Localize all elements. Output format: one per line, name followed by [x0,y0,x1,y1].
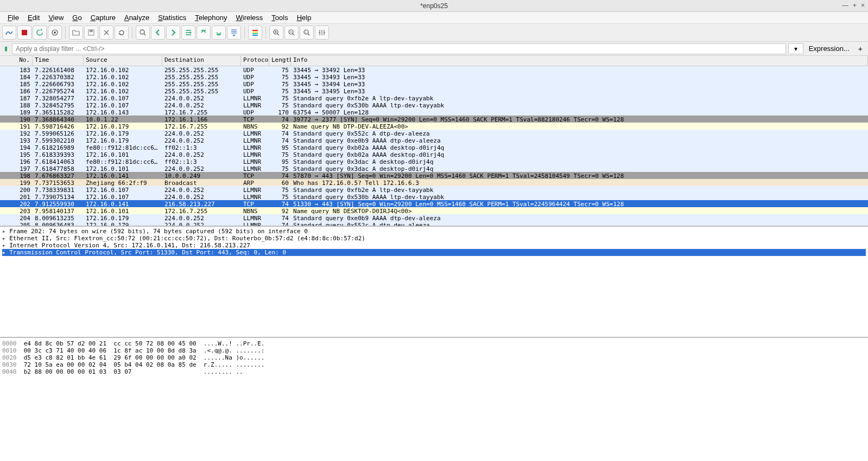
menu-edit[interactable]: Edit [23,12,44,23]
hex-row[interactable]: 0010 00 3c c3 71 40 00 40 06 1c 8f ac 10… [2,347,866,354]
hex-row[interactable]: 0040 b2 88 00 00 00 00 01 03 03 07 .....… [2,368,866,375]
auto-scroll-button[interactable] [227,25,241,40]
find-button[interactable] [136,25,150,40]
packet-row[interactable]: 1957.618339393172.16.0.101224.0.0.252LLM… [0,151,868,158]
packet-row[interactable]: 2017.739075134172.16.0.107224.0.0.252LLM… [0,193,868,200]
packet-row[interactable]: 2037.958140137172.16.0.101172.16.7.255NB… [0,207,868,214]
minimize-icon[interactable]: — [842,2,848,9]
packet-row[interactable]: 2048.009613235172.16.0.179224.0.0.252LLM… [0,214,868,221]
packet-row[interactable]: 1987.676863327172.16.0.14110.0.0.249TCP7… [0,172,868,179]
column-header-destination[interactable]: Destination [162,56,241,66]
svg-text:1: 1 [305,30,307,34]
window-title: *enp0s25 [420,2,448,10]
go-forward-button[interactable] [166,25,180,40]
detail-tree-item[interactable]: Ethernet II, Src: Flextron_cc:50:72 (00:… [2,235,866,242]
svg-rect-4 [90,30,93,32]
menu-telephony[interactable]: Telephony [191,12,231,23]
packet-bytes-pane[interactable]: 0000 e4 8d 8c 0b 57 d2 00 21 cc cc 50 72… [0,338,868,461]
stop-capture-button[interactable] [17,25,31,40]
go-first-button[interactable] [197,25,211,40]
svg-point-2 [54,31,56,34]
packet-row[interactable]: 1897.365115282172.16.0.143172.16.7.255UD… [0,108,868,116]
menu-capture[interactable]: Capture [86,12,120,23]
column-header-protocol[interactable]: Protocol [241,56,269,66]
svg-rect-8 [252,33,258,34]
zoom-in-button[interactable] [269,25,283,40]
bookmark-icon[interactable]: ▮ [2,45,10,53]
column-header-no[interactable]: No. [0,56,33,66]
svg-rect-7 [252,31,258,33]
expression-button[interactable]: Expression... [806,44,853,53]
column-header-source[interactable]: Source [84,56,162,66]
menu-statistics[interactable]: Statistics [154,12,191,23]
packet-row[interactable]: 1847.226370382172.16.0.102255.255.255.25… [0,73,868,80]
wireshark-logo-icon[interactable] [2,25,16,40]
menu-file[interactable]: File [3,12,23,23]
menu-wireless[interactable]: Wireless [232,12,268,23]
menu-go[interactable]: Go [68,12,86,23]
hex-row[interactable]: 0020 d5 e3 c8 82 01 bb 4e 61 29 6f 00 00… [2,354,866,361]
go-last-button[interactable] [212,25,226,40]
close-file-button[interactable] [99,25,113,40]
go-to-packet-button[interactable] [181,25,195,40]
reload-button[interactable] [115,25,129,40]
menubar: FileEditViewGoCaptureAnalyzeStatisticsTe… [0,12,868,24]
packet-row[interactable]: 1877.328054277172.16.0.107224.0.0.252LLM… [0,94,868,101]
packet-row[interactable]: 1867.226795274172.16.0.102255.255.255.25… [0,87,868,94]
packet-details-pane[interactable]: Frame 202: 74 bytes on wire (592 bits), … [0,227,868,338]
resize-columns-button[interactable] [315,25,329,40]
capture-options-button[interactable] [48,25,62,40]
save-file-button[interactable] [84,25,98,40]
svg-rect-6 [252,30,258,31]
packet-row[interactable]: 1917.598716426172.16.0.179172.16.7.255NB… [0,123,868,130]
packet-row[interactable]: 1937.599302210172.16.0.179224.0.0.252LLM… [0,137,868,144]
hex-row[interactable]: 0000 e4 8d 8c 0b 57 d2 00 21 cc cc 50 72… [2,340,866,347]
column-header-length[interactable]: Length [269,56,291,66]
restart-capture-button[interactable] [33,25,47,40]
svg-rect-9 [252,35,258,36]
titlebar: *enp0s25 — + × [0,0,868,12]
menu-view[interactable]: View [44,12,68,23]
packet-list-pane: No. Time Source Destination Protocol Len… [0,56,868,227]
menu-help[interactable]: Help [293,12,316,23]
packet-row[interactable]: 1887.328452795172.16.0.107224.0.0.252LLM… [0,101,868,108]
svg-rect-0 [22,30,27,35]
hex-row[interactable]: 0030 72 10 5a ea 00 00 02 04 05 b4 04 02… [2,361,866,368]
packet-row[interactable]: 1947.618216989fe80::f912:81dc:cc6…ff02::… [0,144,868,151]
packet-row[interactable]: 1997.737153653Zhejiang_66:2f:f9Broadcast… [0,179,868,186]
detail-tree-item[interactable]: Internet Protocol Version 4, Src: 172.16… [2,242,866,249]
menu-analyze[interactable]: Analyze [120,12,154,23]
display-filter-input[interactable] [12,43,786,54]
packet-row[interactable]: 1927.599065126172.16.0.179224.0.0.252LLM… [0,130,868,137]
packet-list-header: No. Time Source Destination Protocol Len… [0,56,868,66]
packet-row[interactable]: 1857.226606793172.16.0.102255.255.255.25… [0,80,868,87]
detail-tree-item[interactable]: Transmission Control Protocol, Src Port:… [2,249,866,256]
packet-row[interactable]: 1907.36886434010.0.1.22172.16.1.166TCP74… [0,116,868,123]
filter-dropdown[interactable]: ▾ [788,43,803,54]
packet-row[interactable]: 2007.738339831172.16.0.107224.0.0.252LLM… [0,186,868,193]
colorize-button[interactable] [248,25,262,40]
go-back-button[interactable] [151,25,165,40]
maximize-icon[interactable]: + [853,2,857,9]
menu-tools[interactable]: Tools [267,12,292,23]
packet-list[interactable]: 1837.226161408172.16.0.102255.255.255.25… [0,66,868,226]
column-header-time[interactable]: Time [33,56,84,66]
packet-row[interactable]: 2027.912559930172.16.0.141216.58.213.227… [0,200,868,207]
svg-point-5 [140,30,144,34]
toolbar: 1 [0,24,868,42]
packet-row[interactable]: 1837.226161408172.16.0.102255.255.255.25… [0,66,868,73]
zoom-reset-button[interactable]: 1 [300,25,314,40]
open-file-button[interactable] [69,25,83,40]
zoom-out-button[interactable] [284,25,299,40]
packet-row[interactable]: 2058.009636483172.16.0.179224.0.0.252LLM… [0,221,868,226]
filter-bar: ▮ ▾ Expression... + [0,42,868,56]
add-filter-button[interactable]: + [855,44,866,53]
column-header-info[interactable]: Info [291,56,868,66]
packet-row[interactable]: 1977.618477858172.16.0.101224.0.0.252LLM… [0,165,868,172]
close-icon[interactable]: × [861,2,865,9]
detail-tree-item[interactable]: Frame 202: 74 bytes on wire (592 bits), … [2,228,866,235]
packet-row[interactable]: 1967.618414063fe80::f912:81dc:cc6…ff02::… [0,158,868,165]
